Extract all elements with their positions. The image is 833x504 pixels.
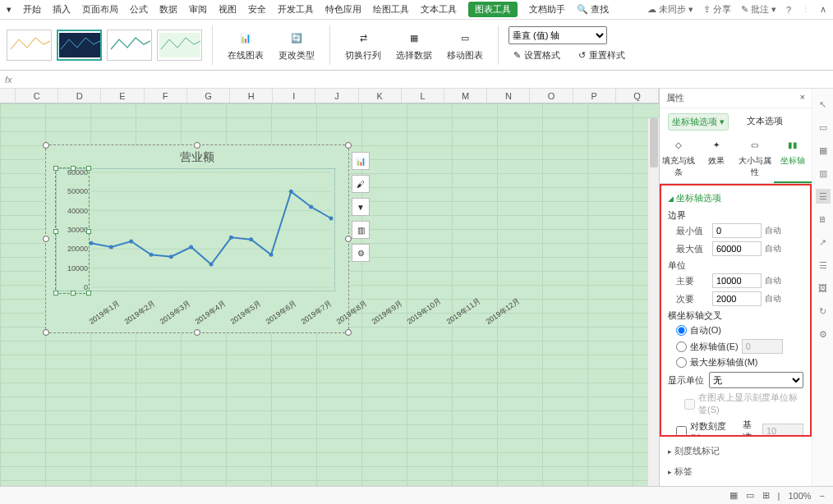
menu-charttools[interactable]: 图表工具	[468, 2, 518, 17]
cross-axisvalue-radio[interactable]	[676, 341, 687, 352]
zoom-out-icon[interactable]: −	[820, 491, 825, 501]
svg-point-26	[289, 190, 293, 194]
menu-insert[interactable]: 插入	[53, 3, 71, 16]
sheet-area[interactable]: CDEFGHIJKLMNOPQ 营业额 01000020000300004000…	[0, 89, 659, 486]
status-bar: ▦ ▭ ⊞ | 100% −	[0, 486, 833, 504]
move-chart-button[interactable]: ▭移动图表	[442, 25, 488, 65]
menu-search[interactable]: 🔍 查找	[577, 3, 609, 16]
chart-settings-button[interactable]: ⚙	[352, 244, 370, 262]
chart-style-button[interactable]: 🖌	[352, 175, 370, 193]
chart-elements-button[interactable]: 📊	[352, 152, 370, 170]
online-chart-button[interactable]: 📊在线图表	[223, 25, 269, 65]
subtab-size-props[interactable]: ▭大小与属性	[736, 135, 774, 183]
svg-point-21	[189, 245, 193, 250]
menu-review[interactable]: 审阅	[189, 3, 207, 16]
menu-texttools[interactable]: 文本工具	[421, 3, 457, 16]
menu-bar: ▾ 开始 插入 页面布局 公式 数据 审阅 视图 安全 开发工具 特色应用 绘图…	[0, 0, 833, 20]
svg-point-17	[109, 245, 113, 250]
view-break-icon[interactable]: ⊞	[762, 490, 770, 501]
rail-table-icon[interactable]: ▦	[816, 143, 831, 158]
effects-icon: ✦	[709, 140, 724, 153]
subtab-axis[interactable]: ▮▮坐标轴	[774, 135, 812, 183]
max-value-input[interactable]	[712, 241, 762, 256]
tab-text-options[interactable]: 文本选项	[743, 113, 786, 131]
switch-rowcol-button[interactable]: ⇄切换行列	[340, 25, 386, 65]
rail-settings-icon[interactable]: ⚙	[816, 327, 831, 341]
show-unit-label-checkbox	[684, 399, 695, 410]
svg-point-22	[209, 263, 214, 267]
rail-select-icon[interactable]: ▭	[816, 120, 831, 135]
menu-special[interactable]: 特色应用	[325, 3, 361, 16]
chart-filter-button[interactable]: ▼	[352, 198, 370, 216]
y-axis-selection[interactable]	[55, 167, 90, 294]
menu-security[interactable]: 安全	[248, 3, 266, 16]
reset-style-button[interactable]: ↺ 重置样式	[573, 48, 630, 63]
share-button[interactable]: ⇪ 分享	[703, 3, 731, 16]
ribbon: 📊在线图表 🔄更改类型 ⇄切换行列 ▦选择数据 ▭移动图表 垂直 (值) 轴 ✎…	[0, 20, 833, 71]
select-data-button[interactable]: ▦选择数据	[391, 25, 437, 65]
display-units-select[interactable]: 无	[709, 372, 803, 388]
rail-backup-icon[interactable]: 🗎	[816, 212, 831, 227]
cross-auto-radio[interactable]	[676, 325, 687, 336]
chart-title[interactable]: 营业额	[46, 145, 348, 170]
chart-plot-area[interactable]: 0100002000030000400005000060000	[56, 168, 335, 291]
section-labels[interactable]: 标签	[668, 465, 803, 478]
menu-devtools[interactable]: 开发工具	[278, 3, 314, 16]
chart-style-thumb-3[interactable]	[107, 30, 152, 61]
set-format-button[interactable]: ✎ 设置格式	[509, 48, 565, 63]
display-units-label: 显示单位	[668, 374, 704, 387]
chart-style-thumb-2[interactable]	[57, 30, 102, 61]
view-page-icon[interactable]: ▭	[746, 490, 754, 501]
svg-point-28	[329, 217, 334, 221]
menu-drawtools[interactable]: 绘图工具	[373, 3, 409, 16]
tab-axis-options[interactable]: 坐标轴选项 ▾	[668, 113, 729, 131]
vertical-scrollbar[interactable]	[647, 118, 659, 486]
chart-element-select[interactable]: 垂直 (值) 轴	[509, 26, 607, 44]
rail-properties-icon[interactable]: ☰	[816, 189, 831, 204]
size-icon: ▭	[748, 140, 762, 153]
rail-image-icon[interactable]: 🖼	[816, 281, 831, 296]
units-label: 单位	[668, 259, 803, 272]
minor-unit-input[interactable]	[712, 291, 762, 306]
cross-max-radio[interactable]	[676, 357, 687, 368]
subtab-effects[interactable]: ✦效果	[697, 135, 735, 183]
min-value-input[interactable]	[712, 223, 762, 238]
formula-bar[interactable]: fx	[0, 71, 833, 89]
fx-label: fx	[5, 75, 12, 85]
svg-point-27	[309, 205, 313, 209]
rail-chart-icon[interactable]: ▥	[816, 166, 831, 181]
section-tick-marks[interactable]: 刻度线标记	[668, 445, 803, 457]
fill-icon: ◇	[671, 140, 686, 153]
view-normal-icon[interactable]: ▦	[729, 490, 738, 501]
menu-data[interactable]: 数据	[159, 3, 177, 16]
log-scale-checkbox[interactable]	[676, 426, 687, 437]
menu-dochelper[interactable]: 文档助手	[529, 3, 565, 16]
help-icon[interactable]: ?	[786, 5, 791, 15]
major-unit-input[interactable]	[712, 273, 762, 288]
rail-export-icon[interactable]: ↗	[816, 235, 831, 250]
rail-list-icon[interactable]: ☰	[816, 258, 831, 273]
menu-dropdown-icon[interactable]: ▾	[7, 4, 12, 15]
chart-data-button[interactable]: ▥	[352, 221, 370, 239]
rail-refresh-icon[interactable]: ↻	[816, 304, 831, 318]
change-type-button[interactable]: 🔄更改类型	[274, 25, 320, 65]
section-axis-options[interactable]: 坐标轴选项	[668, 192, 803, 204]
close-panel-icon[interactable]: ×	[800, 92, 805, 104]
collapse-ribbon-icon[interactable]: ∧	[820, 4, 826, 15]
menu-view[interactable]: 视图	[219, 3, 237, 16]
chart-style-thumb-1[interactable]	[7, 30, 52, 61]
menu-formula[interactable]: 公式	[130, 3, 148, 16]
subtab-fill-line[interactable]: ◇填充与线条	[660, 135, 697, 183]
svg-point-25	[269, 253, 274, 257]
properties-title: 属性	[666, 92, 684, 104]
sync-status[interactable]: ☁ 未同步 ▾	[647, 3, 693, 16]
rail-cursor-icon[interactable]: ↖	[816, 97, 831, 112]
menu-start[interactable]: 开始	[23, 3, 41, 16]
menu-pagelayout[interactable]: 页面布局	[82, 3, 118, 16]
bounds-label: 边界	[668, 209, 803, 222]
zoom-value[interactable]: 100%	[788, 491, 811, 501]
annotate-button[interactable]: ✎ 批注 ▾	[741, 3, 776, 16]
chart-object[interactable]: 营业额 0100002000030000400005000060000 2019…	[45, 144, 349, 333]
select-data-icon: ▦	[404, 28, 424, 48]
chart-style-thumb-4[interactable]	[157, 30, 202, 61]
